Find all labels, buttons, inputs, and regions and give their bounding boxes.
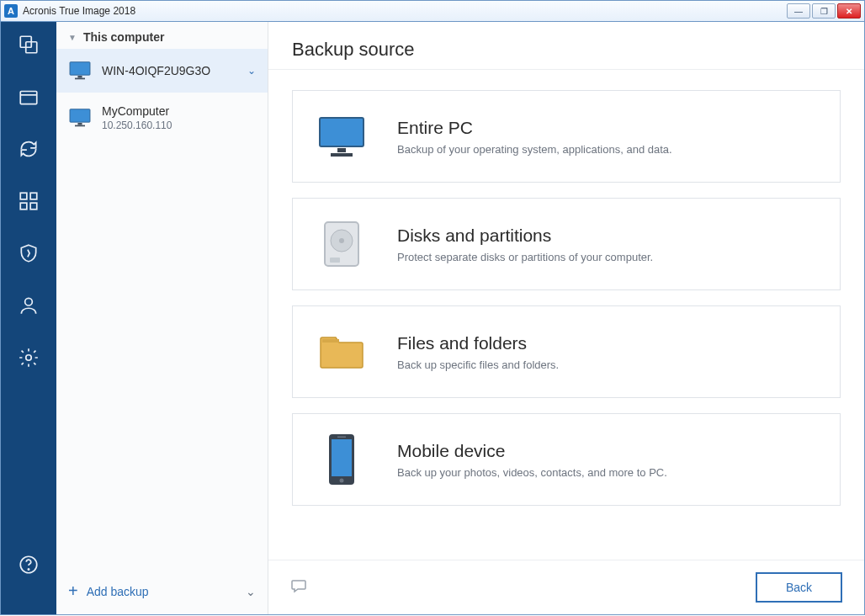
svg-point-8 bbox=[25, 298, 33, 305]
device-name: MyComputer bbox=[102, 104, 256, 118]
tools-nav-icon[interactable] bbox=[16, 189, 41, 214]
option-disks[interactable]: Disks and partitionsProtect separate dis… bbox=[292, 198, 841, 290]
option-desc: Back up your photos, videos, contacts, a… bbox=[397, 466, 667, 479]
page-title: Backup source bbox=[292, 39, 841, 61]
svg-rect-18 bbox=[320, 118, 364, 146]
svg-rect-5 bbox=[30, 193, 37, 199]
sync-nav-icon[interactable] bbox=[16, 136, 41, 162]
close-button[interactable]: ✕ bbox=[837, 3, 861, 19]
svg-rect-20 bbox=[331, 153, 353, 157]
chevron-down-icon: ⌄ bbox=[247, 65, 256, 77]
monitor-icon bbox=[68, 61, 92, 81]
window-title: Acronis True Image 2018 bbox=[23, 5, 787, 17]
svg-rect-17 bbox=[75, 125, 85, 127]
device-sub: 10.250.160.110 bbox=[102, 119, 256, 131]
option-title: Mobile device bbox=[397, 441, 667, 461]
svg-rect-2 bbox=[20, 92, 37, 104]
nav-rail bbox=[1, 22, 56, 614]
monitor-icon bbox=[68, 108, 92, 128]
account-nav-icon[interactable] bbox=[16, 293, 41, 318]
option-title: Entire PC bbox=[397, 118, 672, 138]
titlebar: A Acronis True Image 2018 — ❐ ✕ bbox=[0, 0, 865, 22]
archive-nav-icon[interactable] bbox=[16, 84, 41, 109]
settings-nav-icon[interactable] bbox=[16, 345, 41, 370]
option-entire-pc[interactable]: Entire PCBackup of your operating system… bbox=[292, 90, 841, 183]
option-files[interactable]: Files and foldersBack up specific files … bbox=[292, 305, 841, 398]
svg-rect-4 bbox=[20, 193, 27, 199]
svg-rect-27 bbox=[332, 439, 352, 476]
svg-rect-6 bbox=[20, 203, 27, 210]
option-title: Disks and partitions bbox=[397, 226, 653, 246]
help-nav-icon[interactable] bbox=[16, 552, 41, 577]
option-mobile[interactable]: Mobile deviceBack up your photos, videos… bbox=[292, 413, 841, 506]
app-icon: A bbox=[4, 4, 18, 18]
svg-point-11 bbox=[28, 569, 29, 570]
main-content: Backup source Entire PCBackup of your op… bbox=[268, 22, 864, 614]
side-panel: ▼ This computer WIN-4OIQF2U9G3O ⌄ MyComp… bbox=[56, 22, 268, 614]
caret-down-icon: ▼ bbox=[68, 33, 77, 42]
back-button[interactable]: Back bbox=[756, 572, 842, 603]
breadcrumb[interactable]: ▼ This computer bbox=[56, 22, 268, 49]
option-title: Files and folders bbox=[397, 333, 559, 353]
backup-nav-icon[interactable] bbox=[16, 32, 41, 57]
protection-nav-icon[interactable] bbox=[16, 241, 41, 266]
svg-rect-12 bbox=[70, 62, 90, 75]
svg-point-9 bbox=[26, 355, 32, 361]
add-backup-label: Add backup bbox=[87, 585, 149, 598]
pc-icon bbox=[315, 109, 369, 163]
svg-rect-19 bbox=[337, 148, 346, 152]
device-item[interactable]: MyComputer 10.250.160.110 bbox=[56, 93, 268, 143]
svg-rect-14 bbox=[75, 78, 85, 80]
folder-icon bbox=[315, 325, 369, 379]
option-desc: Backup of your operating system, applica… bbox=[397, 143, 672, 156]
svg-point-28 bbox=[340, 479, 344, 483]
add-backup-button[interactable]: + Add backup ⌄ bbox=[56, 568, 268, 614]
maximize-button[interactable]: ❐ bbox=[812, 3, 836, 19]
device-name: WIN-4OIQF2U9G3O bbox=[102, 64, 237, 77]
option-desc: Back up specific files and folders. bbox=[397, 358, 559, 371]
svg-rect-29 bbox=[337, 437, 346, 438]
minimize-button[interactable]: — bbox=[787, 3, 810, 19]
svg-rect-15 bbox=[70, 109, 90, 122]
svg-rect-13 bbox=[77, 76, 82, 78]
svg-rect-24 bbox=[330, 258, 340, 263]
chevron-down-icon: ⌄ bbox=[246, 585, 256, 598]
svg-point-23 bbox=[339, 238, 344, 243]
breadcrumb-label: This computer bbox=[83, 30, 164, 44]
option-desc: Protect separate disks or partitions of … bbox=[397, 251, 653, 263]
mobile-icon bbox=[315, 433, 369, 486]
device-item-selected[interactable]: WIN-4OIQF2U9G3O ⌄ bbox=[56, 49, 268, 93]
disk-icon bbox=[315, 217, 369, 271]
comment-icon[interactable] bbox=[290, 578, 307, 597]
plus-icon: + bbox=[68, 581, 78, 601]
svg-rect-25 bbox=[322, 339, 339, 343]
svg-rect-16 bbox=[77, 123, 82, 125]
svg-rect-7 bbox=[30, 203, 37, 210]
